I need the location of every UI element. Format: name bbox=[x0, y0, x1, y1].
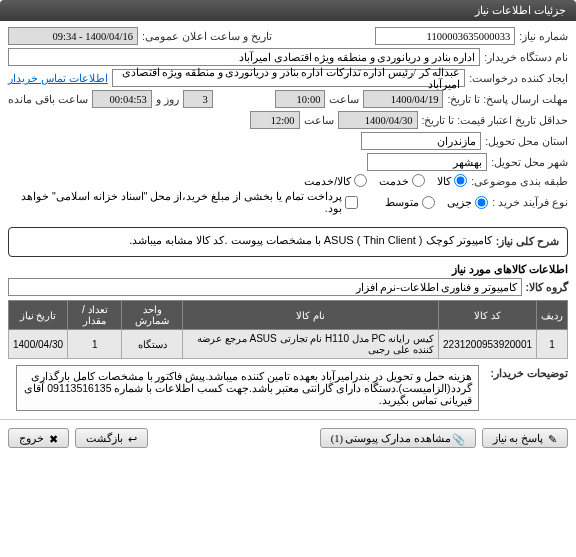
province-label: استان محل تحویل: bbox=[485, 135, 568, 147]
table-header-row: ردیف کد کالا نام کالا واحد شمارش تعداد /… bbox=[9, 301, 568, 330]
summary-section: شرح کلی نیاز: کامپیوتر کوچک ASUS ( Thin … bbox=[8, 227, 568, 257]
requester-field: عبداله کر /رئیس اداره تدارکات اداره بناد… bbox=[112, 69, 465, 87]
city-label: شهر محل تحویل: bbox=[491, 156, 568, 168]
tab-header: جزئیات اطلاعات نیاز bbox=[0, 0, 576, 21]
attachments-button[interactable]: 📎 مشاهده مدارک پیوستی (1) bbox=[320, 428, 476, 448]
proc-mid-option[interactable]: متوسط bbox=[385, 196, 435, 209]
contact-link[interactable]: اطلاعات تماس خریدار bbox=[8, 72, 108, 84]
process-label: نوع فرآیند خرید : bbox=[492, 196, 568, 208]
time-remain: 00:04:53 bbox=[92, 90, 152, 108]
category-label: طبقه بندی موضوعی: bbox=[471, 175, 568, 187]
th-qty: تعداد / مقدار bbox=[68, 301, 122, 330]
time-label-2: ساعت bbox=[304, 114, 334, 126]
form-area: شماره نیاز: 1100003635000033 تاریخ و ساع… bbox=[0, 21, 576, 223]
validity-time: 12:00 bbox=[250, 111, 300, 129]
group-label: گروه کالا: bbox=[526, 281, 568, 293]
time-label-1: ساعت bbox=[329, 93, 359, 105]
announce-label: تاریخ و ساعت اعلان عمومی: bbox=[142, 30, 272, 42]
need-no-field: 1100003635000033 bbox=[375, 27, 515, 45]
cell-idx: 1 bbox=[537, 330, 568, 359]
validity-date: 1400/04/30 bbox=[338, 111, 418, 129]
back-icon: ↩ bbox=[127, 433, 137, 443]
reply-button[interactable]: ✎ پاسخ به نیاز bbox=[482, 428, 568, 448]
tab-title: جزئیات اطلاعات نیاز bbox=[475, 4, 566, 16]
goods-section-title: اطلاعات کالاهای مورد نیاز bbox=[8, 263, 568, 276]
buyer-notes-box: هزینه حمل و تحویل در بندرامیرآباد بعهده … bbox=[16, 365, 479, 411]
cat-goods-option[interactable]: کالا bbox=[437, 174, 467, 187]
cell-date: 1400/04/30 bbox=[9, 330, 68, 359]
validity-label: حداقل تاریخ اعتبار قیمت: تا تاریخ: bbox=[422, 114, 568, 126]
exit-icon: ✖ bbox=[48, 433, 58, 443]
category-radio-group: کالا خدمت کالا/خدمت bbox=[304, 174, 467, 187]
cat-both-radio[interactable] bbox=[354, 174, 367, 187]
th-code: کد کالا bbox=[439, 301, 537, 330]
payment-check-option[interactable]: پرداخت تمام یا بخشی از مبلغ خرید،از محل … bbox=[8, 190, 358, 214]
th-row: ردیف bbox=[537, 301, 568, 330]
days-and: روز و bbox=[156, 93, 179, 105]
table-row[interactable]: 1 2231200953920001 کیس رایانه PC مدل H11… bbox=[9, 330, 568, 359]
payment-checkbox[interactable] bbox=[345, 196, 358, 209]
proc-small-radio[interactable] bbox=[475, 196, 488, 209]
cat-both-option[interactable]: کالا/خدمت bbox=[304, 174, 367, 187]
button-bar: ✎ پاسخ به نیاز 📎 مشاهده مدارک پیوستی (1)… bbox=[0, 419, 576, 456]
announce-field: 1400/04/16 - 09:34 bbox=[8, 27, 138, 45]
cell-unit: دستگاه bbox=[122, 330, 182, 359]
deadline-label: مهلت ارسال پاسخ: تا تاریخ: bbox=[447, 93, 568, 105]
deadline-date: 1400/04/19 bbox=[363, 90, 443, 108]
proc-small-option[interactable]: جزیی bbox=[447, 196, 488, 209]
province-field: مازندران bbox=[361, 132, 481, 150]
deadline-time: 10:00 bbox=[275, 90, 325, 108]
process-radio-group: جزیی متوسط bbox=[385, 196, 488, 209]
city-field: بهشهر bbox=[367, 153, 487, 171]
attach-icon: 📎 bbox=[455, 433, 465, 443]
th-name: نام کالا bbox=[182, 301, 438, 330]
proc-mid-radio[interactable] bbox=[422, 196, 435, 209]
buyer-notes-label: توضیحات خریدار: bbox=[491, 363, 568, 379]
cat-goods-radio[interactable] bbox=[454, 174, 467, 187]
cell-name: کیس رایانه PC مدل H110 نام تجارتی ASUS م… bbox=[182, 330, 438, 359]
cell-code: 2231200953920001 bbox=[439, 330, 537, 359]
cat-service-radio[interactable] bbox=[412, 174, 425, 187]
reply-icon: ✎ bbox=[547, 433, 557, 443]
goods-table: ردیف کد کالا نام کالا واحد شمارش تعداد /… bbox=[8, 300, 568, 359]
exit-button[interactable]: ✖ خروج bbox=[8, 428, 69, 448]
cat-service-option[interactable]: خدمت bbox=[379, 174, 425, 187]
buyer-field: اداره بنادر و دریانوردی و منطقه ویژه اقت… bbox=[8, 48, 480, 66]
payment-note: پرداخت تمام یا بخشی از مبلغ خرید،از محل … bbox=[8, 190, 342, 214]
days-remain: 3 bbox=[183, 90, 213, 108]
summary-text: کامپیوتر کوچک ASUS ( Thin Client ) با مش… bbox=[17, 234, 492, 247]
summary-label: شرح کلی نیاز: bbox=[496, 235, 559, 247]
cell-qty: 1 bbox=[68, 330, 122, 359]
buyer-label: نام دستگاه خریدار: bbox=[484, 51, 568, 63]
back-button[interactable]: ↩ بازگشت bbox=[75, 428, 148, 448]
requester-label: ایجاد کننده درخواست: bbox=[469, 72, 568, 84]
th-date: تاریخ نیاز bbox=[9, 301, 68, 330]
remain-suffix: ساعت باقی مانده bbox=[8, 93, 88, 105]
need-no-label: شماره نیاز: bbox=[519, 30, 568, 42]
th-unit: واحد شمارش bbox=[122, 301, 182, 330]
group-field: کامپیوتر و فناوری اطلاعات-نرم افزار bbox=[8, 278, 522, 296]
